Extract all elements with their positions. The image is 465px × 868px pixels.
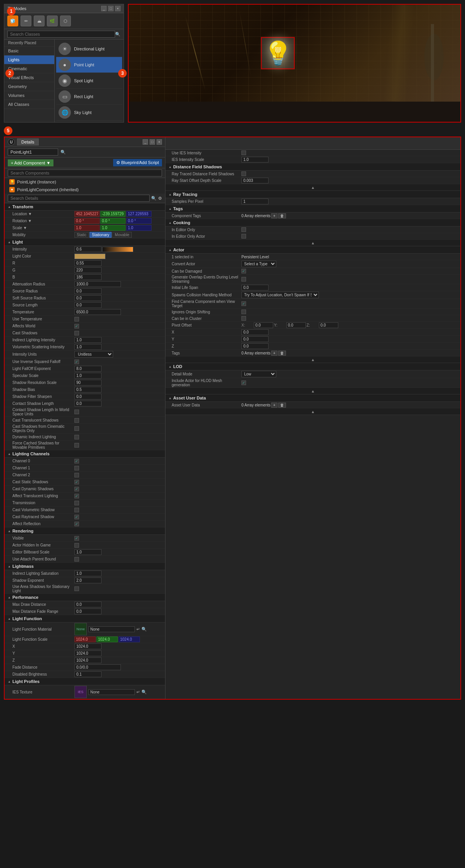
- light-item-directional[interactable]: ☀ Directional Light: [56, 41, 122, 57]
- rotation-z-input[interactable]: [126, 218, 152, 224]
- use-area-shadows-check[interactable]: [74, 586, 79, 591]
- r-input[interactable]: [74, 260, 102, 266]
- search-classes-input[interactable]: [7, 31, 115, 38]
- channel1-check[interactable]: [74, 466, 79, 470]
- find-camera-check[interactable]: [241, 301, 246, 306]
- contact-world-check[interactable]: [74, 410, 79, 414]
- asset-user-data-section[interactable]: Asset User Data: [165, 394, 460, 402]
- mode-icon-place[interactable]: 🧊: [7, 16, 18, 26]
- mobility-stationary[interactable]: Stationary: [90, 232, 112, 238]
- modes-minimize[interactable]: _: [101, 6, 107, 11]
- editor-only-check[interactable]: [241, 227, 246, 232]
- cast-translucent-check[interactable]: [74, 418, 79, 423]
- performance-section[interactable]: Performance: [5, 594, 165, 601]
- include-actor-check[interactable]: [241, 380, 246, 385]
- light-item-rect[interactable]: ▭ Rect Light: [56, 89, 122, 105]
- fn-scale-z-input[interactable]: [74, 657, 102, 663]
- pivot-x-detail-input[interactable]: [241, 329, 269, 335]
- rotation-y-input[interactable]: [100, 218, 126, 224]
- tags-add-btn[interactable]: +: [271, 213, 277, 218]
- mode-icon-paint[interactable]: ✏: [21, 16, 31, 26]
- can-be-damaged-check[interactable]: [241, 269, 246, 273]
- mobility-static[interactable]: Static: [74, 232, 89, 238]
- scale-z-input[interactable]: [126, 225, 152, 231]
- material-browse-icon[interactable]: ↵: [136, 627, 140, 632]
- actor-name-input[interactable]: [8, 149, 58, 156]
- light-item-sky[interactable]: 🌐 Sky Light: [56, 105, 122, 121]
- search-components-input[interactable]: [8, 169, 162, 176]
- volumetric-input[interactable]: [74, 344, 102, 350]
- details-win-close[interactable]: ×: [157, 139, 162, 145]
- initial-life-input[interactable]: [241, 285, 269, 290]
- add-component-button[interactable]: + Add Component ▼: [8, 159, 53, 166]
- modes-close[interactable]: ×: [115, 6, 121, 11]
- filter-icon[interactable]: ⚙: [158, 196, 162, 201]
- scale-y-input[interactable]: [100, 225, 126, 231]
- blueprint-button[interactable]: ⚙ Blueprint/Add Script: [113, 159, 162, 166]
- shadow-res-input[interactable]: [74, 380, 102, 386]
- ies-intensity-check[interactable]: [241, 150, 246, 155]
- disabled-brightness-input[interactable]: [74, 671, 102, 677]
- intensity-units-select[interactable]: Unitless Candelas Lumens: [74, 351, 113, 358]
- sidebar-item-all-classes[interactable]: All Classes: [4, 100, 54, 109]
- viewport[interactable]: 4 💡: [128, 4, 461, 123]
- light-item-point[interactable]: ● Point Light: [56, 57, 122, 73]
- cast-cinematic-check[interactable]: [74, 426, 79, 431]
- ignore-origin-check[interactable]: [241, 310, 246, 314]
- g-input[interactable]: [74, 267, 102, 273]
- inverse-falloff-check[interactable]: [74, 360, 79, 364]
- indirect-saturation-input[interactable]: [74, 571, 102, 576]
- affect-reflection-check[interactable]: [74, 522, 79, 526]
- editor-only-actor-check[interactable]: [241, 234, 246, 239]
- search-details-input[interactable]: [8, 195, 150, 202]
- ray-start-input[interactable]: [241, 178, 269, 183]
- pivot-y-detail-input[interactable]: [241, 336, 269, 342]
- temperature-input[interactable]: [74, 309, 121, 315]
- cast-static-check[interactable]: [74, 480, 79, 484]
- details-win-maximize[interactable]: □: [150, 139, 155, 145]
- tags-remove-btn[interactable]: 🗑: [278, 213, 286, 218]
- channel2-check[interactable]: [74, 473, 79, 477]
- tab-details[interactable]: Details: [17, 138, 39, 145]
- light-item-spot[interactable]: ◉ Spot Light: [56, 73, 122, 89]
- scale-x-input[interactable]: [74, 225, 100, 231]
- shadow-filter-input[interactable]: [74, 394, 102, 399]
- source-length-input[interactable]: [74, 302, 102, 308]
- fn-scale-y-input[interactable]: [74, 650, 102, 656]
- pivot-y-input[interactable]: [286, 322, 306, 328]
- sidebar-item-lights[interactable]: Lights: [4, 55, 54, 64]
- tags-section[interactable]: Tags: [165, 205, 460, 213]
- light-fn-scale-y[interactable]: [96, 636, 118, 642]
- light-falloff-input[interactable]: [74, 366, 102, 372]
- rotation-x-input[interactable]: [74, 218, 100, 224]
- location-z-input[interactable]: [126, 211, 152, 217]
- location-x-input[interactable]: [74, 211, 100, 217]
- cooking-section[interactable]: Cooking: [165, 219, 460, 227]
- light-fn-scale-z[interactable]: [119, 636, 140, 642]
- detail-mode-select[interactable]: Low Medium High: [241, 371, 276, 377]
- shadow-bias-input[interactable]: [74, 387, 102, 393]
- lod-section[interactable]: LOD: [165, 363, 460, 370]
- light-function-section[interactable]: Light Function: [5, 615, 165, 622]
- mode-icon-landscape[interactable]: ⛰: [34, 16, 45, 26]
- mode-icon-foliage[interactable]: 🌿: [47, 16, 58, 26]
- attenuation-input[interactable]: [74, 281, 121, 287]
- affects-world-check[interactable]: [74, 324, 79, 329]
- distance-field-section[interactable]: Distance Field Shadows: [165, 163, 460, 171]
- ies-browse-icon[interactable]: ↵: [136, 690, 140, 695]
- light-section[interactable]: Light: [5, 239, 165, 246]
- mobility-movable[interactable]: Movable: [112, 232, 132, 238]
- use-attach-check[interactable]: [74, 557, 79, 562]
- lighting-channels-section[interactable]: Lighting Channels: [5, 450, 165, 458]
- pivot-z-detail-input[interactable]: [241, 343, 269, 349]
- convert-actor-select[interactable]: Select a Type: [241, 261, 276, 267]
- source-radius-input[interactable]: [74, 288, 102, 294]
- location-y-input[interactable]: [100, 211, 126, 217]
- use-temperature-check[interactable]: [74, 317, 79, 322]
- spawns-collision-select[interactable]: Try To Adjust Location, Don't Spawn If S…: [241, 292, 319, 298]
- specular-input[interactable]: [74, 373, 102, 379]
- cast-shadows-check[interactable]: [74, 331, 79, 335]
- ies-search-icon[interactable]: 🔍: [141, 690, 147, 695]
- cast-volumetric-check[interactable]: [74, 508, 79, 512]
- affect-translucent-check[interactable]: [74, 494, 79, 498]
